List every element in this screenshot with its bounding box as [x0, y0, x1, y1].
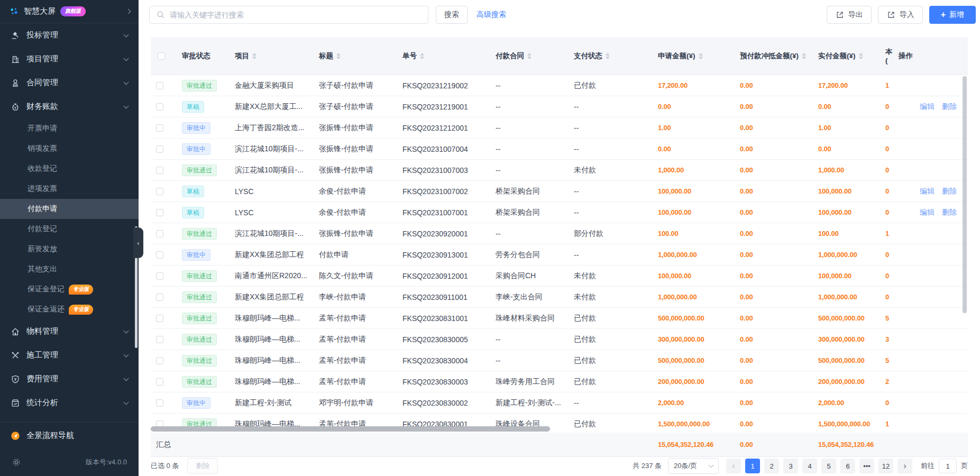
page-size-select[interactable]: 20条/页 [668, 458, 719, 474]
sidebar-subitem-1[interactable]: 销项发票 [0, 139, 139, 159]
apply-amount-cell: 300,000,000.00 [653, 335, 735, 343]
sidebar-item-label: 财务账款 [26, 102, 58, 112]
page-button-2[interactable]: 2 [764, 459, 779, 473]
apply-amount-cell: 500,000,000.00 [653, 356, 735, 364]
select-all-checkbox[interactable] [158, 52, 165, 60]
toolbar-right: 导出 导入 + 新增 [827, 6, 976, 24]
sort-icon[interactable] [859, 53, 863, 59]
import-button[interactable]: 导入 [878, 6, 923, 24]
shield-icon [11, 374, 20, 384]
page-button-1[interactable]: 1 [745, 459, 760, 473]
delete-link[interactable]: 删除 [942, 102, 957, 112]
sidebar-item-2[interactable]: 合同管理 [0, 71, 139, 95]
sidebar-subitem-6[interactable]: 薪资发放 [0, 239, 139, 259]
edit-link[interactable]: 编辑 [920, 187, 935, 196]
goto-unit-label: 页 [961, 461, 968, 471]
sidebar-subitem-0[interactable]: 开票申请 [0, 118, 139, 139]
row-checkbox[interactable] [156, 315, 163, 322]
sort-icon[interactable] [699, 53, 703, 59]
sidebar-subitem-5[interactable]: 付款登记 [0, 219, 139, 239]
advanced-search-link[interactable]: 高级搜索 [477, 10, 506, 20]
edit-link[interactable]: 编辑 [920, 102, 935, 112]
status-badge: 草稿 [182, 101, 204, 113]
sidebar-subitem-4[interactable]: 付款申请 [0, 199, 139, 219]
table-row: 审批中新建工程-刘-测试邓宇明-付款申请FKSQ20230830002新建工程-… [151, 392, 968, 414]
main-content: 搜索 高级搜索 导出 导入 + 新增 [139, 0, 980, 476]
sidebar-collapse-handle[interactable]: ‹ [133, 227, 143, 258]
sidebar-menu: 投标管理项目管理合同管理财务账款开票申请销项发票收款登记进项发票付款申请付款登记… [0, 23, 139, 415]
sidebar-item-1[interactable]: 项目管理 [0, 47, 139, 71]
batch-delete-button[interactable]: 删除 [187, 458, 218, 474]
select-all-cell [151, 47, 177, 65]
horizontal-scrollbar[interactable] [151, 426, 550, 432]
sidebar-subitem-3[interactable]: 进项发票 [0, 179, 139, 199]
sidebar-item-0[interactable]: 投标管理 [0, 23, 139, 47]
search-button[interactable]: 搜索 [436, 6, 468, 24]
gear-icon[interactable] [12, 457, 21, 467]
row-checkbox[interactable] [156, 82, 163, 89]
sidebar-item-6[interactable]: 费用管理 [0, 367, 139, 391]
row-checkbox[interactable] [156, 336, 163, 343]
row-checkbox[interactable] [156, 251, 163, 259]
sidebar-subitem-2[interactable]: 收款登记 [0, 159, 139, 179]
row-checkbox[interactable] [156, 145, 163, 153]
row-checkbox[interactable] [156, 124, 163, 132]
page-button-12[interactable]: 12 [878, 459, 893, 473]
row-checkbox[interactable] [156, 294, 163, 301]
page-button-6[interactable]: 6 [840, 459, 855, 473]
goto-page-input[interactable] [939, 459, 957, 473]
row-checkbox[interactable] [156, 399, 163, 407]
offset-amount-cell: 0.00 [735, 272, 813, 280]
sidebar-item-5[interactable]: 施工管理 [0, 343, 139, 367]
sort-icon[interactable] [802, 53, 806, 59]
row-checkbox[interactable] [156, 209, 163, 216]
sidebar-subitem-9[interactable]: 保证金返还专业版 [0, 299, 139, 319]
sort-icon[interactable] [420, 53, 424, 59]
row-checkbox[interactable] [156, 357, 163, 364]
sidebar-item-4[interactable]: 物料管理 [0, 319, 139, 343]
paid-amount-cell: 100,000.00 [813, 187, 884, 195]
row-checkbox[interactable] [156, 230, 163, 237]
next-page-button[interactable]: › [897, 459, 912, 473]
sidebar-subitem-7[interactable]: 其他支出 [0, 259, 139, 279]
vertical-scrollbar[interactable] [963, 76, 967, 313]
clipped-amount-cell: 0 [884, 187, 893, 195]
sort-icon[interactable] [606, 53, 610, 59]
table-row: 草稿LYSC余俊-付款申请FKSQ20231007001桥架采购合同--100,… [151, 202, 968, 223]
row-checkbox[interactable] [156, 103, 163, 111]
paid-amount-cell: 200,000,000.00 [813, 378, 884, 386]
pay-status-cell: 已付款 [569, 419, 653, 429]
sidebar-item-panorama-nav[interactable]: 全景流程导航 [0, 422, 139, 448]
page-ellipsis[interactable]: ••• [859, 459, 874, 473]
page-button-5[interactable]: 5 [821, 459, 836, 473]
sidebar-subitem-8[interactable]: 保证金登记专业版 [0, 279, 139, 299]
version-label: 版本号:v4.0.0 [86, 457, 127, 467]
row-checkbox[interactable] [156, 188, 163, 195]
search-input[interactable] [170, 11, 422, 19]
prev-page-button[interactable]: ‹ [726, 459, 741, 473]
page-button-3[interactable]: 3 [783, 459, 798, 473]
paid-amount-cell: 100,000.00 [813, 208, 884, 216]
order-no-cell: FKSQ20230831001 [397, 314, 490, 323]
delete-link[interactable]: 删除 [942, 208, 957, 217]
page-button-4[interactable]: 4 [802, 459, 817, 473]
delete-link[interactable]: 删除 [942, 187, 957, 196]
add-button[interactable]: + 新增 [929, 6, 976, 24]
sort-icon[interactable] [336, 53, 341, 59]
pay-status-cell: 已付款 [569, 314, 653, 323]
sidebar-item-3[interactable]: 财务账款 [0, 95, 139, 118]
table-row: 审批通过滨江花城10期项目-...张振锋-付款申请FKSQ20230920001… [151, 223, 968, 244]
row-checkbox[interactable] [156, 167, 163, 174]
export-button[interactable]: 导出 [827, 6, 872, 24]
sidebar-item-dashboard[interactable]: 智慧大屏 旗舰版 [0, 0, 139, 23]
edit-link[interactable]: 编辑 [920, 208, 935, 217]
page-buttons: 123456•••12 [745, 459, 893, 473]
sort-icon[interactable] [252, 53, 257, 59]
row-checkbox[interactable] [156, 378, 163, 386]
home-icon [11, 327, 20, 336]
sidebar-item-7[interactable]: 统计分析 [0, 391, 139, 415]
row-checkbox[interactable] [156, 272, 163, 280]
sort-icon[interactable] [527, 53, 532, 59]
paid-amount-cell: 0.00 [813, 103, 884, 111]
apply-amount-cell: 100,000.00 [653, 272, 735, 280]
